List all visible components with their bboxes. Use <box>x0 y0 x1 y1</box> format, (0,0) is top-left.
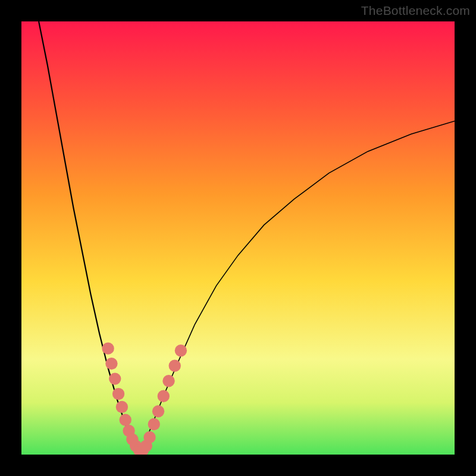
marker-dot <box>148 418 160 430</box>
marker-dot <box>112 388 124 400</box>
marker-dot <box>123 425 134 437</box>
marker-dot <box>137 444 149 455</box>
curve-right-branch <box>139 121 455 455</box>
marker-dot <box>105 358 117 369</box>
marker-dot <box>102 342 114 354</box>
marker-dot <box>152 405 164 417</box>
watermark-text: TheBottleneck.com <box>361 4 470 18</box>
marker-dot <box>140 440 152 452</box>
marker-dot <box>158 390 170 402</box>
chart-frame: TheBottleneck.com <box>0 0 476 476</box>
marker-dot <box>109 372 121 384</box>
marker-dot <box>162 375 174 387</box>
marker-dot <box>120 414 131 426</box>
marker-dot <box>133 444 145 455</box>
marker-dot <box>169 360 181 372</box>
curve-left-branch <box>39 21 138 455</box>
chart-svg <box>21 21 455 455</box>
plot-area <box>21 21 455 455</box>
marker-dot <box>130 440 142 452</box>
marker-dot <box>143 431 155 443</box>
marker-dot <box>126 433 138 445</box>
marker-dot <box>175 345 187 356</box>
marker-dot <box>116 401 128 413</box>
